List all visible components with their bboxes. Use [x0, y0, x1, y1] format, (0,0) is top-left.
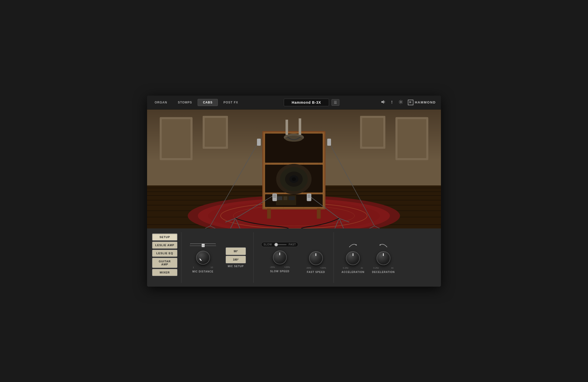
fast-speed-knob[interactable]	[309, 251, 323, 265]
mic-distance-section: 1 10 MIC DISTANCE	[188, 242, 218, 273]
settings-icon-button[interactable]	[397, 99, 404, 106]
svg-rect-45	[277, 196, 282, 200]
svg-rect-65	[308, 196, 311, 198]
preset-name: Hammond B-3X	[284, 99, 329, 106]
nav-tabs: ORGAN STOMPS CABS POST FX	[150, 99, 243, 106]
mic-angle-180-button[interactable]: 180°	[226, 256, 246, 263]
controls-divider-1	[253, 232, 254, 283]
mic-setup-btns: 90° 180°	[226, 247, 246, 263]
header-right: ! H HAMMOND	[380, 99, 438, 106]
mic-setup-section: 90° 180° MIC SETUP	[226, 247, 246, 268]
fast-speed-label: FAST SPEED	[307, 271, 325, 273]
svg-rect-69	[257, 139, 261, 146]
hamburger-menu-button[interactable]: ☰	[332, 99, 339, 106]
setup-button[interactable]: SETUP	[152, 234, 177, 241]
svg-rect-51	[299, 118, 301, 135]
acceleration-knob[interactable]	[346, 251, 360, 265]
deceleration-knob[interactable]	[377, 251, 390, 265]
slow-speed-range: -20% +20%	[270, 266, 290, 268]
logo-box: H	[408, 100, 413, 105]
sidebar-divider	[181, 232, 181, 283]
controls-divider-2	[334, 232, 334, 283]
mic-distance-knob[interactable]	[196, 251, 210, 265]
svg-rect-49	[317, 208, 321, 219]
leslie-amp-button[interactable]: LESLIE AMP	[152, 242, 177, 249]
svg-rect-50	[286, 120, 288, 135]
svg-rect-5	[162, 119, 191, 158]
acceleration-range: 0.25x 4x	[343, 267, 363, 269]
svg-point-1	[400, 101, 402, 103]
controls-main: 1 10 MIC DISTANCE 90° 180° MIC SETUP SLO…	[185, 231, 436, 284]
slow-speed-section: SLOW FAST -20% +20% SLOW SPEED	[261, 242, 298, 273]
svg-rect-46	[284, 196, 287, 200]
sidebar-buttons: SETUP LESLIE AMP LESLIE EQ GUITAR AMP MI…	[152, 231, 177, 284]
tab-cabs[interactable]: CABS	[198, 99, 218, 106]
mic-setup-label: MIC SETUP	[228, 265, 244, 268]
deceleration-section: 0.25x 4x DECELERATION	[372, 242, 395, 273]
svg-rect-9	[205, 118, 226, 147]
svg-marker-0	[381, 100, 384, 104]
svg-point-42	[292, 177, 296, 181]
header-center: Hammond B-3X ☰	[243, 99, 380, 106]
svg-rect-64	[308, 195, 311, 196]
slow-speed-label: SLOW SPEED	[270, 270, 290, 273]
tab-postfx[interactable]: POST FX	[218, 99, 243, 106]
leslie-eq-button[interactable]: LESLIE EQ	[152, 250, 177, 257]
svg-rect-11	[362, 118, 383, 147]
guitar-amp-button[interactable]: GUITAR AMP	[152, 258, 177, 268]
mic-angle-90-button[interactable]: 90°	[226, 247, 246, 255]
fast-speed-range: -20% +20%	[306, 267, 326, 269]
mic-distance-range: 1 10	[193, 266, 213, 269]
app-container: ORGAN STOMPS CABS POST FX Hammond B-3X ☰…	[147, 96, 441, 287]
acceleration-label: ACCELERATION	[341, 271, 364, 273]
mixer-button[interactable]: MIXER	[152, 269, 177, 276]
header: ORGAN STOMPS CABS POST FX Hammond B-3X ☰…	[147, 96, 441, 110]
svg-rect-58	[273, 196, 276, 198]
main-image	[147, 110, 441, 228]
hammond-logo: H HAMMOND	[408, 100, 436, 105]
svg-rect-73	[327, 139, 331, 146]
speed-toggle[interactable]: SLOW FAST	[261, 242, 298, 247]
slow-speed-knob[interactable]	[273, 250, 287, 264]
svg-rect-48	[267, 208, 271, 219]
alert-icon-button[interactable]: !	[390, 99, 393, 106]
speaker-icon-button[interactable]	[380, 99, 386, 106]
svg-rect-47	[289, 196, 295, 200]
tab-organ[interactable]: ORGAN	[150, 99, 172, 106]
deceleration-range: 0.25x 4x	[373, 267, 393, 269]
acceleration-section: 0.25x 4x ACCELERATION	[341, 242, 364, 273]
svg-rect-57	[273, 195, 276, 196]
deceleration-label: DECELERATION	[372, 271, 395, 273]
controls-section: SETUP LESLIE AMP LESLIE EQ GUITAR AMP MI…	[147, 228, 441, 287]
fast-speed-section: -20% +20% FAST SPEED	[306, 242, 326, 273]
svg-point-36	[285, 136, 303, 142]
tab-stomps[interactable]: STOMPS	[173, 99, 197, 106]
mic-distance-label: MIC DISTANCE	[192, 270, 213, 273]
svg-rect-7	[397, 119, 426, 158]
